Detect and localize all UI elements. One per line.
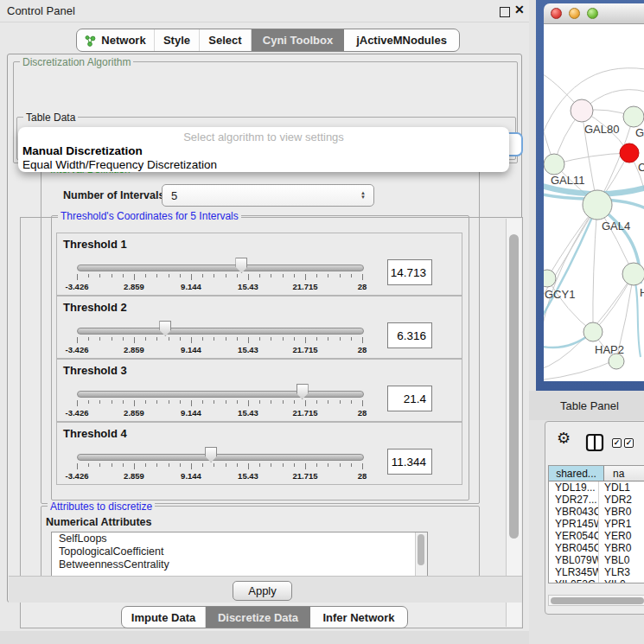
table-row[interactable]: YBL079WYBL0: [549, 554, 644, 566]
slider-tick: [362, 337, 363, 343]
tab-select[interactable]: Select: [200, 29, 252, 51]
slider-tick-label: 15.43: [238, 282, 258, 291]
table-row[interactable]: YIL052CYIL0: [549, 578, 644, 583]
checkbox-icon[interactable]: ✓: [612, 438, 622, 448]
table-panel-toolbar: ⚙ ✓ ✓: [545, 422, 644, 463]
columns-icon[interactable]: [585, 433, 604, 456]
cell[interactable]: YBL0: [599, 554, 644, 566]
cell[interactable]: YPR145W: [549, 518, 599, 530]
tab-network[interactable]: Network: [77, 29, 155, 51]
zoom-traffic-light-icon[interactable]: [587, 8, 598, 19]
threshold-2-value-field[interactable]: 6.316: [387, 322, 432, 348]
tab-cyni-toolbox[interactable]: Cyni Toolbox: [252, 29, 344, 51]
slider-tick: [214, 337, 214, 341]
cell[interactable]: YBR045C: [549, 542, 599, 554]
float-window-icon[interactable]: [500, 7, 510, 17]
table-row[interactable]: YBR043CYBR0: [549, 506, 644, 518]
minimize-traffic-light-icon[interactable]: [569, 8, 580, 19]
threshold-1-slider-thumb[interactable]: [235, 258, 247, 273]
attributes-scrollbar[interactable]: [415, 532, 427, 576]
column-header-shared-name[interactable]: shared...: [549, 466, 604, 481]
cell[interactable]: YLR3: [599, 566, 644, 578]
number-of-intervals-combobox[interactable]: 5 ▲▼: [162, 184, 374, 207]
table-row[interactable]: YPR145WYPR1: [549, 518, 644, 530]
algorithm-option-equal-width[interactable]: Equal Width/Frequency Discretization: [22, 158, 217, 171]
horizontal-scrollbar[interactable]: [548, 595, 644, 606]
table-row[interactable]: YBR045CYBR0: [549, 542, 644, 554]
cell[interactable]: YDL1: [599, 481, 644, 494]
vertical-scrollbar[interactable]: [506, 219, 521, 627]
threshold-3-value-field[interactable]: 21.4: [387, 386, 432, 411]
checkbox-icon[interactable]: ✓: [624, 438, 634, 448]
vertical-scrollbar-thumb[interactable]: [509, 234, 519, 539]
cell[interactable]: YPR1: [599, 518, 644, 530]
node-ga[interactable]: [623, 106, 644, 127]
tab-infer-network[interactable]: Infer Network: [310, 607, 407, 628]
cell[interactable]: YDR27...: [549, 494, 599, 506]
slider-tick: [180, 274, 181, 277]
column-header-name[interactable]: na: [604, 466, 644, 481]
close-icon[interactable]: ✕: [514, 3, 525, 16]
slider-tick: [134, 274, 135, 280]
horizontal-scrollbar-thumb[interactable]: [551, 597, 644, 604]
node-gal80[interactable]: [571, 99, 593, 122]
node-gcy1[interactable]: [544, 270, 556, 287]
node-h[interactable]: [622, 263, 644, 285]
attribute-item[interactable]: SelfLoops: [52, 532, 427, 545]
control-panel-title: Control Panel: [7, 4, 75, 17]
attributes-scrollbar-thumb[interactable]: [418, 534, 424, 565]
control-panel-titlebar[interactable]: Control Panel ✕: [0, 0, 529, 22]
cell[interactable]: YBR043C: [549, 506, 599, 518]
cell[interactable]: YBR0: [599, 542, 644, 554]
algorithm-option-manual[interactable]: Manual Discretization: [22, 144, 143, 157]
table-row[interactable]: YER054CYER0: [549, 530, 644, 542]
algorithm-dropdown-popup: Select algorithm to view settings Manual…: [18, 127, 509, 172]
close-traffic-light-icon[interactable]: [551, 8, 562, 19]
slider-tick-label: 28: [358, 345, 367, 354]
slider-tick: [191, 463, 192, 469]
node-selected-red[interactable]: [620, 143, 639, 163]
numerical-attributes-list[interactable]: SelfLoops TopologicalCoefficient Between…: [51, 532, 428, 577]
threshold-4-value-field[interactable]: 11.344: [387, 449, 432, 475]
tab-jactivemnodules[interactable]: jActiveMNodules: [344, 29, 459, 51]
network-canvas[interactable]: GAL80 GA C GAL11 GAL4 GCY1 H HAP2: [544, 24, 644, 381]
slider-tick: [112, 337, 112, 341]
node-gal4[interactable]: [583, 190, 612, 220]
attribute-item[interactable]: BetweennessCentrality: [52, 558, 427, 571]
cell[interactable]: YIL0: [599, 578, 644, 583]
slider-tick: [77, 337, 78, 343]
cell[interactable]: YLR345W: [549, 566, 599, 578]
threshold-4-ticks: [77, 463, 362, 470]
cell[interactable]: YIL052C: [549, 578, 599, 583]
threshold-3-slider-thumb[interactable]: [296, 384, 309, 399]
slider-tick: [226, 463, 226, 467]
cell[interactable]: YER0: [599, 530, 644, 542]
node-hap2[interactable]: [583, 322, 603, 341]
apply-button[interactable]: Apply: [233, 581, 292, 601]
cell[interactable]: YBL079W: [549, 554, 599, 566]
node-gal11[interactable]: [544, 154, 564, 175]
control-panel-tabbar: Network Style Select Cyni Toolbox jActiv…: [76, 29, 460, 52]
cell[interactable]: YDR2: [599, 494, 644, 506]
table-panel: ⚙ ✓ ✓ shared... na YDL19...YDL1 YDR27...…: [545, 421, 644, 615]
number-of-intervals-label: Number of Intervals: [63, 189, 164, 201]
cell[interactable]: YDL19...: [549, 481, 599, 494]
attribute-item[interactable]: TopologicalCoefficient: [52, 545, 427, 558]
network-window-titlebar[interactable]: [544, 3, 644, 24]
slider-tick: [237, 463, 238, 467]
table-row[interactable]: YLR345WYLR3: [549, 566, 644, 578]
cell[interactable]: YER054C: [549, 530, 599, 542]
threshold-1-value-field[interactable]: 14.713: [387, 259, 432, 285]
slider-tick: [123, 463, 124, 467]
threshold-4-tick-labels: -3.4262.8599.14415.4321.71528: [77, 471, 362, 481]
tab-style[interactable]: Style: [155, 29, 200, 51]
tab-discretize-data[interactable]: Discretize Data: [206, 607, 310, 628]
threshold-2-slider-thumb[interactable]: [159, 321, 171, 336]
slider-tick: [294, 337, 295, 341]
gear-icon[interactable]: ⚙: [557, 430, 571, 447]
cell[interactable]: YBR0: [599, 506, 644, 518]
threshold-4-slider-thumb[interactable]: [205, 447, 217, 462]
table-row[interactable]: YDL19...YDL1: [549, 481, 644, 494]
table-row[interactable]: YDR27...YDR2: [549, 494, 644, 506]
tab-impute-data[interactable]: Impute Data: [122, 607, 206, 628]
